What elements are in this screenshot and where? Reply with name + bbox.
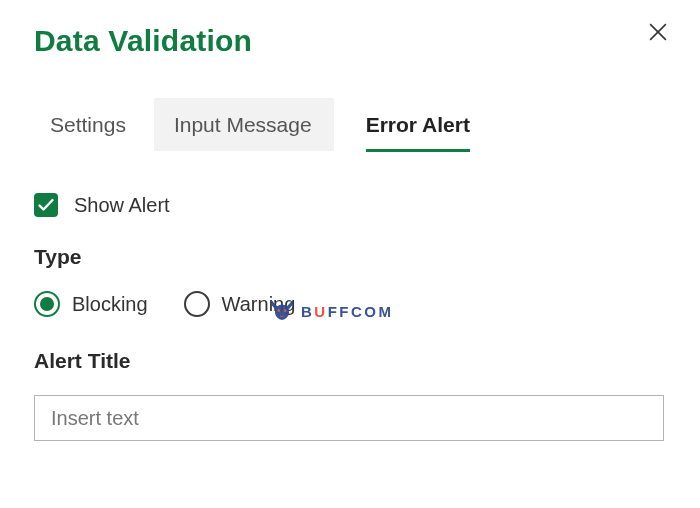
type-radio-group: Blocking Warning — [34, 291, 666, 317]
type-label: Type — [34, 245, 666, 269]
radio-warning[interactable]: Warning — [184, 291, 296, 317]
tab-settings[interactable]: Settings — [44, 98, 154, 151]
close-icon — [649, 23, 667, 41]
radio-blocking-circle — [34, 291, 60, 317]
show-alert-label: Show Alert — [74, 194, 170, 217]
tab-bar: Settings Input Message Error Alert — [44, 98, 666, 151]
radio-blocking-dot — [40, 297, 54, 311]
alert-title-label: Alert Title — [34, 349, 666, 373]
show-alert-row: Show Alert — [34, 193, 666, 217]
checkmark-icon — [38, 198, 54, 212]
alert-title-input[interactable] — [34, 395, 664, 441]
radio-warning-circle — [184, 291, 210, 317]
pane-title: Data Validation — [34, 24, 666, 58]
tab-input-message[interactable]: Input Message — [154, 98, 334, 151]
data-validation-pane: Data Validation Settings Input Message E… — [0, 0, 700, 508]
tab-error-alert[interactable]: Error Alert — [334, 98, 496, 151]
show-alert-checkbox[interactable] — [34, 193, 58, 217]
close-button[interactable] — [644, 18, 672, 46]
radio-warning-label: Warning — [222, 293, 296, 316]
error-alert-section: Show Alert Type Blocking Warning Alert T… — [34, 193, 666, 441]
radio-blocking-label: Blocking — [72, 293, 148, 316]
radio-blocking[interactable]: Blocking — [34, 291, 148, 317]
